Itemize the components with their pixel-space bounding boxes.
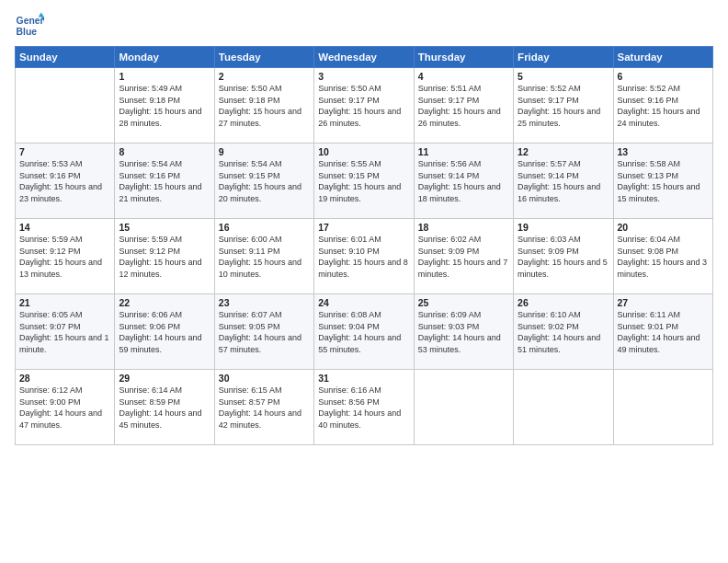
- calendar-cell: 4Sunrise: 5:51 AMSunset: 9:17 PMDaylight…: [414, 68, 513, 144]
- calendar-cell: 14Sunrise: 5:59 AMSunset: 9:12 PMDayligh…: [16, 219, 115, 294]
- calendar-cell: 31Sunrise: 6:16 AMSunset: 8:56 PMDayligh…: [314, 370, 414, 445]
- day-info: Sunrise: 6:10 AMSunset: 9:02 PMDaylight:…: [518, 309, 609, 355]
- day-info: Sunrise: 5:52 AMSunset: 9:16 PMDaylight:…: [618, 83, 709, 129]
- day-info: Sunrise: 5:50 AMSunset: 9:17 PMDaylight:…: [318, 83, 409, 129]
- logo: General Blue: [15, 11, 48, 40]
- calendar-cell: 26Sunrise: 6:10 AMSunset: 9:02 PMDayligh…: [514, 294, 613, 370]
- calendar-cell: 24Sunrise: 6:08 AMSunset: 9:04 PMDayligh…: [314, 294, 414, 370]
- day-info: Sunrise: 6:11 AMSunset: 9:01 PMDaylight:…: [618, 309, 709, 355]
- calendar-cell: 18Sunrise: 6:02 AMSunset: 9:09 PMDayligh…: [414, 219, 513, 294]
- day-number: 19: [518, 222, 609, 233]
- day-number: 12: [518, 146, 609, 157]
- calendar-cell: 30Sunrise: 6:15 AMSunset: 8:57 PMDayligh…: [214, 370, 313, 445]
- day-info: Sunrise: 5:54 AMSunset: 9:15 PMDaylight:…: [219, 158, 310, 204]
- day-number: 14: [19, 222, 110, 233]
- day-number: 4: [418, 71, 509, 82]
- calendar-cell: 3Sunrise: 5:50 AMSunset: 9:17 PMDaylight…: [314, 68, 414, 144]
- calendar-cell: 11Sunrise: 5:56 AMSunset: 9:14 PMDayligh…: [414, 144, 513, 219]
- day-number: 5: [518, 71, 609, 82]
- day-info: Sunrise: 5:56 AMSunset: 9:14 PMDaylight:…: [418, 158, 509, 204]
- day-info: Sunrise: 5:59 AMSunset: 9:12 PMDaylight:…: [119, 234, 210, 280]
- day-info: Sunrise: 5:52 AMSunset: 9:17 PMDaylight:…: [518, 83, 609, 129]
- day-info: Sunrise: 6:00 AMSunset: 9:11 PMDaylight:…: [219, 234, 310, 280]
- day-number: 20: [618, 222, 709, 233]
- calendar-cell: 20Sunrise: 6:04 AMSunset: 9:08 PMDayligh…: [613, 219, 712, 294]
- calendar-cell: 19Sunrise: 6:03 AMSunset: 9:09 PMDayligh…: [514, 219, 613, 294]
- day-number: 7: [19, 146, 110, 157]
- day-number: 2: [219, 71, 310, 82]
- day-info: Sunrise: 5:50 AMSunset: 9:18 PMDaylight:…: [219, 83, 310, 129]
- svg-text:General: General: [17, 16, 44, 26]
- weekday-header: Thursday: [414, 47, 513, 68]
- day-info: Sunrise: 5:58 AMSunset: 9:13 PMDaylight:…: [618, 158, 709, 204]
- day-number: 11: [418, 146, 509, 157]
- calendar-cell: 17Sunrise: 6:01 AMSunset: 9:10 PMDayligh…: [314, 219, 414, 294]
- day-number: 17: [318, 222, 409, 233]
- calendar-week-row: 1Sunrise: 5:49 AMSunset: 9:18 PMDaylight…: [16, 68, 713, 144]
- day-info: Sunrise: 6:08 AMSunset: 9:04 PMDaylight:…: [318, 309, 409, 355]
- day-info: Sunrise: 6:06 AMSunset: 9:06 PMDaylight:…: [119, 309, 210, 355]
- calendar-cell: 29Sunrise: 6:14 AMSunset: 8:59 PMDayligh…: [115, 370, 214, 445]
- svg-text:Blue: Blue: [17, 27, 38, 37]
- day-info: Sunrise: 5:51 AMSunset: 9:17 PMDaylight:…: [418, 83, 509, 129]
- calendar-cell: 23Sunrise: 6:07 AMSunset: 9:05 PMDayligh…: [214, 294, 313, 370]
- calendar-cell: 25Sunrise: 6:09 AMSunset: 9:03 PMDayligh…: [414, 294, 513, 370]
- calendar-cell: 1Sunrise: 5:49 AMSunset: 9:18 PMDaylight…: [115, 68, 214, 144]
- day-info: Sunrise: 5:57 AMSunset: 9:14 PMDaylight:…: [518, 158, 609, 204]
- day-number: 8: [119, 146, 210, 157]
- day-info: Sunrise: 6:04 AMSunset: 9:08 PMDaylight:…: [618, 234, 709, 280]
- day-number: 10: [318, 146, 409, 157]
- header: General Blue: [15, 11, 713, 40]
- calendar-page: General Blue SundayMondayTuesdayWednesda…: [0, 0, 728, 563]
- day-info: Sunrise: 5:54 AMSunset: 9:16 PMDaylight:…: [119, 158, 210, 204]
- day-info: Sunrise: 6:05 AMSunset: 9:07 PMDaylight:…: [19, 309, 110, 355]
- calendar-cell: 27Sunrise: 6:11 AMSunset: 9:01 PMDayligh…: [613, 294, 712, 370]
- calendar-cell: [514, 370, 613, 445]
- calendar-cell: 16Sunrise: 6:00 AMSunset: 9:11 PMDayligh…: [214, 219, 313, 294]
- calendar-cell: 9Sunrise: 5:54 AMSunset: 9:15 PMDaylight…: [214, 144, 313, 219]
- logo-icon: General Blue: [15, 11, 44, 40]
- calendar-cell: [414, 370, 513, 445]
- day-info: Sunrise: 5:55 AMSunset: 9:15 PMDaylight:…: [318, 158, 409, 204]
- day-number: 31: [318, 373, 409, 384]
- day-number: 18: [418, 222, 509, 233]
- day-number: 1: [119, 71, 210, 82]
- day-number: 26: [518, 297, 609, 308]
- day-info: Sunrise: 6:01 AMSunset: 9:10 PMDaylight:…: [318, 234, 409, 280]
- calendar-week-row: 21Sunrise: 6:05 AMSunset: 9:07 PMDayligh…: [16, 294, 713, 370]
- day-info: Sunrise: 5:59 AMSunset: 9:12 PMDaylight:…: [19, 234, 110, 280]
- weekday-header: Sunday: [16, 47, 115, 68]
- day-number: 24: [318, 297, 409, 308]
- day-info: Sunrise: 5:49 AMSunset: 9:18 PMDaylight:…: [119, 83, 210, 129]
- calendar-cell: 8Sunrise: 5:54 AMSunset: 9:16 PMDaylight…: [115, 144, 214, 219]
- day-info: Sunrise: 6:09 AMSunset: 9:03 PMDaylight:…: [418, 309, 509, 355]
- day-info: Sunrise: 6:16 AMSunset: 8:56 PMDaylight:…: [318, 385, 409, 431]
- calendar-cell: 10Sunrise: 5:55 AMSunset: 9:15 PMDayligh…: [314, 144, 414, 219]
- calendar-week-row: 7Sunrise: 5:53 AMSunset: 9:16 PMDaylight…: [16, 144, 713, 219]
- weekday-header: Friday: [514, 47, 613, 68]
- calendar-cell: 5Sunrise: 5:52 AMSunset: 9:17 PMDaylight…: [514, 68, 613, 144]
- calendar-week-row: 28Sunrise: 6:12 AMSunset: 9:00 PMDayligh…: [16, 370, 713, 445]
- day-number: 23: [219, 297, 310, 308]
- weekday-header: Saturday: [613, 47, 712, 68]
- day-info: Sunrise: 6:02 AMSunset: 9:09 PMDaylight:…: [418, 234, 509, 280]
- weekday-header: Tuesday: [214, 47, 313, 68]
- calendar-cell: 22Sunrise: 6:06 AMSunset: 9:06 PMDayligh…: [115, 294, 214, 370]
- day-number: 29: [119, 373, 210, 384]
- day-number: 6: [618, 71, 709, 82]
- calendar-cell: 2Sunrise: 5:50 AMSunset: 9:18 PMDaylight…: [214, 68, 313, 144]
- day-number: 25: [418, 297, 509, 308]
- day-info: Sunrise: 6:15 AMSunset: 8:57 PMDaylight:…: [219, 385, 310, 431]
- calendar-cell: [16, 68, 115, 144]
- day-number: 16: [219, 222, 310, 233]
- weekday-header: Monday: [115, 47, 214, 68]
- calendar-cell: 7Sunrise: 5:53 AMSunset: 9:16 PMDaylight…: [16, 144, 115, 219]
- weekday-header: Wednesday: [314, 47, 414, 68]
- day-number: 28: [19, 373, 110, 384]
- day-info: Sunrise: 6:14 AMSunset: 8:59 PMDaylight:…: [119, 385, 210, 431]
- weekday-header-row: SundayMondayTuesdayWednesdayThursdayFrid…: [16, 47, 713, 68]
- day-info: Sunrise: 6:03 AMSunset: 9:09 PMDaylight:…: [518, 234, 609, 280]
- calendar-cell: 13Sunrise: 5:58 AMSunset: 9:13 PMDayligh…: [613, 144, 712, 219]
- day-number: 22: [119, 297, 210, 308]
- day-number: 27: [618, 297, 709, 308]
